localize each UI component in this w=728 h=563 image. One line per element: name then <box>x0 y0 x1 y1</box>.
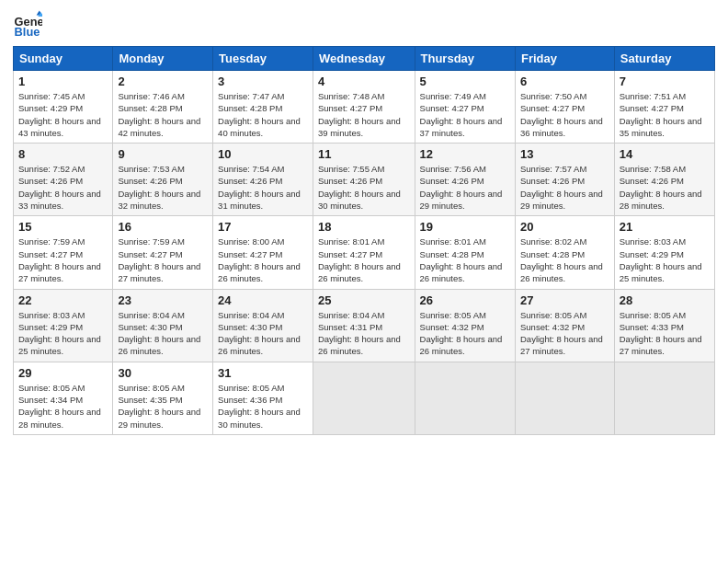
logo: General Blue <box>13 9 46 39</box>
day-info: Sunrise: 8:02 AMSunset: 4:28 PMDaylight:… <box>520 236 609 284</box>
day-number: 31 <box>218 366 308 380</box>
day-info: Sunrise: 8:05 AMSunset: 4:35 PMDaylight:… <box>118 382 208 431</box>
day-info: Sunrise: 7:55 AMSunset: 4:26 PMDaylight:… <box>318 163 410 212</box>
calendar-table: SundayMondayTuesdayWednesdayThursdayFrid… <box>13 46 715 435</box>
weekday-friday: Friday <box>515 47 614 71</box>
day-number: 11 <box>318 147 410 161</box>
day-number: 12 <box>420 147 510 161</box>
day-cell-26: 26Sunrise: 8:05 AMSunset: 4:32 PMDayligh… <box>415 289 515 362</box>
day-info: Sunrise: 7:51 AMSunset: 4:27 PMDaylight:… <box>620 90 710 139</box>
day-info: Sunrise: 8:05 AMSunset: 4:34 PMDaylight:… <box>18 382 108 431</box>
day-cell-19: 19Sunrise: 8:01 AMSunset: 4:28 PMDayligh… <box>415 216 515 289</box>
week-row-2: 8Sunrise: 7:52 AMSunset: 4:26 PMDaylight… <box>14 144 715 216</box>
day-info: Sunrise: 7:54 AMSunset: 4:26 PMDaylight:… <box>218 163 308 212</box>
day-number: 24 <box>218 293 308 307</box>
day-info: Sunrise: 8:01 AMSunset: 4:27 PMDaylight:… <box>318 236 410 284</box>
day-cell-9: 9Sunrise: 7:53 AMSunset: 4:26 PMDaylight… <box>113 144 213 216</box>
day-info: Sunrise: 8:01 AMSunset: 4:28 PMDaylight:… <box>420 236 510 284</box>
day-number: 20 <box>520 220 609 234</box>
day-number: 1 <box>18 75 108 88</box>
day-number: 17 <box>218 220 308 234</box>
day-info: Sunrise: 7:45 AMSunset: 4:29 PMDaylight:… <box>18 90 108 139</box>
day-cell-30: 30Sunrise: 8:05 AMSunset: 4:35 PMDayligh… <box>113 362 213 434</box>
day-info: Sunrise: 7:57 AMSunset: 4:26 PMDaylight:… <box>520 163 609 212</box>
day-number: 7 <box>620 75 710 88</box>
week-row-1: 1Sunrise: 7:45 AMSunset: 4:29 PMDaylight… <box>14 71 715 144</box>
day-info: Sunrise: 8:04 AMSunset: 4:30 PMDaylight:… <box>118 309 208 358</box>
day-number: 6 <box>520 75 609 88</box>
day-number: 23 <box>118 293 208 307</box>
day-number: 29 <box>18 366 108 380</box>
day-info: Sunrise: 8:04 AMSunset: 4:30 PMDaylight:… <box>218 309 308 358</box>
day-cell-3: 3Sunrise: 7:47 AMSunset: 4:28 PMDaylight… <box>213 71 313 144</box>
day-info: Sunrise: 7:47 AMSunset: 4:28 PMDaylight:… <box>218 90 308 139</box>
day-number: 14 <box>620 147 710 161</box>
day-info: Sunrise: 8:00 AMSunset: 4:27 PMDaylight:… <box>218 236 308 284</box>
empty-cell <box>415 362 515 434</box>
day-number: 16 <box>118 220 208 234</box>
day-cell-23: 23Sunrise: 8:04 AMSunset: 4:30 PMDayligh… <box>113 289 213 362</box>
day-cell-10: 10Sunrise: 7:54 AMSunset: 4:26 PMDayligh… <box>213 144 313 216</box>
day-number: 21 <box>620 220 710 234</box>
weekday-monday: Monday <box>113 47 213 71</box>
day-cell-15: 15Sunrise: 7:59 AMSunset: 4:27 PMDayligh… <box>14 216 113 289</box>
day-cell-4: 4Sunrise: 7:48 AMSunset: 4:27 PMDaylight… <box>313 71 415 144</box>
day-info: Sunrise: 7:50 AMSunset: 4:27 PMDaylight:… <box>520 90 609 139</box>
day-number: 27 <box>520 293 609 307</box>
day-number: 5 <box>420 75 510 88</box>
day-info: Sunrise: 7:58 AMSunset: 4:26 PMDaylight:… <box>620 163 710 212</box>
day-info: Sunrise: 7:49 AMSunset: 4:27 PMDaylight:… <box>420 90 510 139</box>
day-cell-18: 18Sunrise: 8:01 AMSunset: 4:27 PMDayligh… <box>313 216 415 289</box>
day-info: Sunrise: 7:52 AMSunset: 4:26 PMDaylight:… <box>18 163 108 212</box>
day-cell-17: 17Sunrise: 8:00 AMSunset: 4:27 PMDayligh… <box>213 216 313 289</box>
weekday-header-row: SundayMondayTuesdayWednesdayThursdayFrid… <box>14 47 715 71</box>
day-number: 10 <box>218 147 308 161</box>
weekday-wednesday: Wednesday <box>313 47 415 71</box>
day-cell-29: 29Sunrise: 8:05 AMSunset: 4:34 PMDayligh… <box>14 362 113 434</box>
day-number: 8 <box>18 147 108 161</box>
day-number: 3 <box>218 75 308 88</box>
weekday-saturday: Saturday <box>614 47 714 71</box>
day-cell-14: 14Sunrise: 7:58 AMSunset: 4:26 PMDayligh… <box>614 144 714 216</box>
week-row-5: 29Sunrise: 8:05 AMSunset: 4:34 PMDayligh… <box>14 362 715 434</box>
day-number: 25 <box>318 293 410 307</box>
day-cell-7: 7Sunrise: 7:51 AMSunset: 4:27 PMDaylight… <box>614 71 714 144</box>
day-cell-31: 31Sunrise: 8:05 AMSunset: 4:36 PMDayligh… <box>213 362 313 434</box>
svg-text:Blue: Blue <box>15 25 40 39</box>
empty-cell <box>313 362 415 434</box>
page: General Blue SundayMondayTuesdayWednesda… <box>0 0 728 563</box>
day-cell-24: 24Sunrise: 8:04 AMSunset: 4:30 PMDayligh… <box>213 289 313 362</box>
day-cell-12: 12Sunrise: 7:56 AMSunset: 4:26 PMDayligh… <box>415 144 515 216</box>
day-info: Sunrise: 7:59 AMSunset: 4:27 PMDaylight:… <box>18 236 108 284</box>
day-cell-22: 22Sunrise: 8:03 AMSunset: 4:29 PMDayligh… <box>14 289 113 362</box>
day-info: Sunrise: 7:46 AMSunset: 4:28 PMDaylight:… <box>118 90 208 139</box>
day-number: 28 <box>620 293 710 307</box>
day-number: 19 <box>420 220 510 234</box>
day-cell-25: 25Sunrise: 8:04 AMSunset: 4:31 PMDayligh… <box>313 289 415 362</box>
logo-icon: General Blue <box>13 9 42 39</box>
day-number: 22 <box>18 293 108 307</box>
day-info: Sunrise: 8:05 AMSunset: 4:32 PMDaylight:… <box>520 309 609 358</box>
day-cell-27: 27Sunrise: 8:05 AMSunset: 4:32 PMDayligh… <box>515 289 614 362</box>
day-info: Sunrise: 7:56 AMSunset: 4:26 PMDaylight:… <box>420 163 510 212</box>
weekday-thursday: Thursday <box>415 47 515 71</box>
day-cell-20: 20Sunrise: 8:02 AMSunset: 4:28 PMDayligh… <box>515 216 614 289</box>
day-info: Sunrise: 7:59 AMSunset: 4:27 PMDaylight:… <box>118 236 208 284</box>
day-cell-28: 28Sunrise: 8:05 AMSunset: 4:33 PMDayligh… <box>614 289 714 362</box>
day-cell-8: 8Sunrise: 7:52 AMSunset: 4:26 PMDaylight… <box>14 144 113 216</box>
weekday-tuesday: Tuesday <box>213 47 313 71</box>
day-number: 13 <box>520 147 609 161</box>
day-info: Sunrise: 8:05 AMSunset: 4:32 PMDaylight:… <box>420 309 510 358</box>
day-number: 2 <box>118 75 208 88</box>
empty-cell <box>614 362 714 434</box>
day-number: 26 <box>420 293 510 307</box>
day-number: 30 <box>118 366 208 380</box>
weekday-sunday: Sunday <box>14 47 113 71</box>
day-number: 18 <box>318 220 410 234</box>
day-number: 9 <box>118 147 208 161</box>
day-info: Sunrise: 8:03 AMSunset: 4:29 PMDaylight:… <box>18 309 108 358</box>
day-info: Sunrise: 8:05 AMSunset: 4:36 PMDaylight:… <box>218 382 308 431</box>
day-cell-16: 16Sunrise: 7:59 AMSunset: 4:27 PMDayligh… <box>113 216 213 289</box>
day-info: Sunrise: 8:04 AMSunset: 4:31 PMDaylight:… <box>318 309 410 358</box>
day-number: 15 <box>18 220 108 234</box>
